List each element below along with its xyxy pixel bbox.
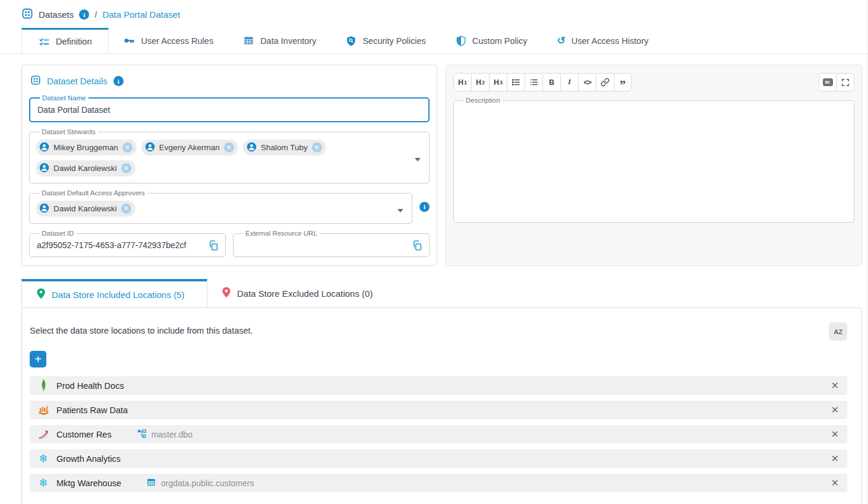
- chip-remove-icon[interactable]: ✕: [312, 142, 322, 153]
- remove-location-button[interactable]: ✕: [830, 453, 840, 464]
- shield-search-icon: [346, 36, 356, 46]
- location-row: Patients Raw Data ✕: [30, 401, 847, 419]
- dataset-id-field: Dataset ID: [29, 230, 226, 257]
- description-label: Description: [463, 97, 503, 104]
- tab-definition[interactable]: Definition: [21, 28, 109, 53]
- table-grid-icon: [243, 35, 254, 46]
- person-icon: [145, 142, 155, 154]
- tab-security-policies[interactable]: Security Policies: [331, 28, 440, 53]
- tab-user-access-rules[interactable]: User Access Rules: [109, 28, 228, 53]
- ordered-list-button[interactable]: [525, 73, 542, 91]
- chip-label: Shalom Tuby: [261, 143, 308, 152]
- location-name: Growth Analytics: [56, 454, 121, 464]
- italic-button[interactable]: I: [560, 73, 578, 91]
- bullet-list-button[interactable]: [507, 73, 525, 91]
- external-url-input[interactable]: [239, 239, 409, 252]
- link-icon-button[interactable]: [596, 73, 614, 91]
- location-path-text: master.dbo: [151, 430, 192, 439]
- breadcrumb-current[interactable]: Data Portal Dataset: [102, 9, 180, 20]
- tab-label: User Access Rules: [141, 36, 213, 46]
- dataset-stewards-label: Dataset Stewards: [39, 128, 98, 135]
- dataset-id-input[interactable]: [36, 239, 206, 252]
- breadcrumb: Datasets / Data Portal Dataset: [0, 0, 867, 21]
- heading3-button[interactable]: H3: [489, 73, 507, 91]
- included-locations-panel: Select the data store locations to inclu…: [21, 308, 862, 504]
- tab-label: Data Store Included Locations (5): [52, 290, 184, 300]
- info-icon[interactable]: [113, 76, 124, 86]
- tab-label: Definition: [56, 37, 91, 46]
- remove-location-button[interactable]: ✕: [830, 429, 840, 440]
- editor-toolbar: H1 H2 H3 B I <> ” M↓: [453, 73, 854, 91]
- tab-label: Custom Policy: [472, 36, 528, 46]
- location-tab-bar: Data Store Included Locations (5) Data S…: [21, 279, 862, 308]
- heading1-button[interactable]: H1: [453, 73, 471, 91]
- default-access-approvers-field[interactable]: Dataset Default Access Approvers Dawid K…: [29, 189, 412, 224]
- tab-included-locations[interactable]: Data Store Included Locations (5): [21, 279, 207, 308]
- location-row: ❄ Mktg Warehouse orgdata.public.customer…: [30, 474, 847, 492]
- tab-custom-policy[interactable]: Custom Policy: [441, 28, 542, 53]
- sqlserver-icon: [37, 429, 50, 440]
- nav-tab-bar: Definition User Access Rules Data Invent…: [0, 28, 867, 54]
- steward-chip[interactable]: Shalom Tuby ✕: [243, 140, 326, 156]
- external-url-label: External Resource URL: [243, 230, 320, 237]
- chip-remove-icon[interactable]: ✕: [121, 163, 131, 173]
- location-name: Patients Raw Data: [56, 405, 128, 415]
- location-path: orgdata.public.customers: [146, 477, 254, 489]
- person-icon: [39, 203, 49, 215]
- sort-alphabetical-button[interactable]: AZ: [829, 322, 847, 341]
- copy-icon[interactable]: [208, 240, 219, 251]
- location-path-text: orgdata.public.customers: [161, 478, 254, 488]
- map-pin-green-icon: [36, 288, 46, 301]
- chip-label: Mikey Bruggeman: [53, 143, 118, 152]
- dataset-stewards-field[interactable]: Dataset Stewards Mikey Bruggeman ✕ Evgen…: [29, 128, 430, 183]
- remove-location-button[interactable]: ✕: [830, 477, 840, 489]
- snowflake-icon: ❄: [37, 453, 50, 464]
- steward-chip[interactable]: Dawid Karolewski ✕: [36, 160, 135, 176]
- description-textarea[interactable]: [460, 106, 848, 213]
- chip-remove-icon[interactable]: ✕: [121, 204, 131, 214]
- info-icon[interactable]: [419, 202, 430, 212]
- locations-list: Prod Health Docs ✕ Patients Raw Data ✕ C…: [30, 376, 847, 492]
- breadcrumb-section[interactable]: Datasets: [39, 9, 74, 20]
- chevron-down-icon[interactable]: [415, 158, 421, 161]
- tab-excluded-locations[interactable]: Data Store Excluded Locations (0): [207, 279, 387, 308]
- location-row: Prod Health Docs ✕: [30, 376, 847, 395]
- key-icon: [124, 35, 135, 46]
- shield-half-icon: [456, 36, 466, 46]
- dataset-details-grid-icon: [30, 75, 41, 87]
- description-editor-panel: H1 H2 H3 B I <> ” M↓: [446, 65, 862, 266]
- checklist-icon: [39, 36, 50, 47]
- dataset-details-panel: Dataset Details Dataset Name Dataset Ste…: [21, 65, 437, 266]
- person-icon: [247, 142, 257, 154]
- map-pin-red-icon: [222, 287, 231, 300]
- dataset-name-field-wrap: Dataset Name: [29, 94, 430, 122]
- approver-chip[interactable]: Dawid Karolewski ✕: [36, 201, 135, 217]
- tab-data-inventory[interactable]: Data Inventory: [228, 28, 331, 53]
- locations-instruction: Select the data store locations to inclu…: [30, 322, 253, 335]
- chip-label: Dawid Karolewski: [53, 164, 117, 173]
- info-icon[interactable]: [79, 9, 89, 20]
- remove-location-button[interactable]: ✕: [830, 404, 840, 416]
- add-location-button[interactable]: +: [30, 351, 46, 367]
- remove-location-button[interactable]: ✕: [830, 380, 840, 391]
- approvers-label: Dataset Default Access Approvers: [39, 189, 147, 196]
- steward-chip[interactable]: Mikey Bruggeman ✕: [36, 140, 137, 156]
- tab-label: Security Policies: [362, 36, 425, 46]
- chevron-down-icon[interactable]: [397, 209, 403, 213]
- fullscreen-button[interactable]: [837, 73, 854, 91]
- steward-chip[interactable]: Evgeny Akerman ✕: [141, 140, 238, 156]
- heading2-button[interactable]: H2: [471, 73, 489, 91]
- copy-icon[interactable]: [412, 240, 423, 251]
- chip-remove-icon[interactable]: ✕: [122, 142, 132, 153]
- dataset-name-input[interactable]: [36, 104, 422, 116]
- table-icon: [146, 477, 156, 489]
- breadcrumb-separator: /: [94, 9, 97, 20]
- person-icon: [39, 142, 49, 154]
- blockquote-button[interactable]: ”: [614, 73, 632, 91]
- history-icon: ↺: [557, 36, 566, 46]
- bold-button[interactable]: B: [542, 73, 560, 91]
- tab-user-access-history[interactable]: ↺ User Access History: [542, 28, 664, 53]
- chip-remove-icon[interactable]: ✕: [224, 142, 234, 153]
- code-button[interactable]: <>: [578, 73, 596, 91]
- markdown-mode-button[interactable]: M↓: [819, 73, 837, 91]
